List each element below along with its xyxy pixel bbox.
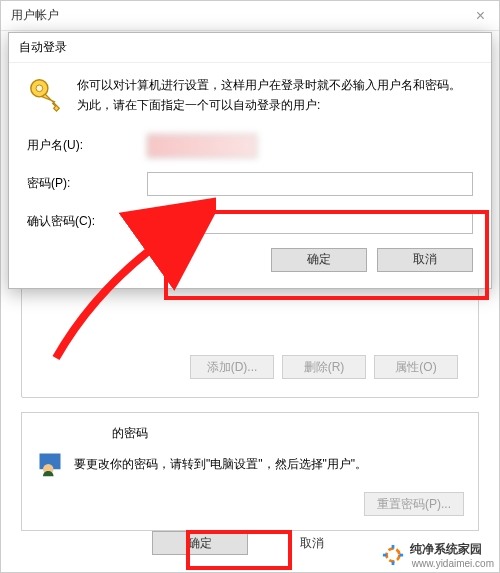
parent-title-text: 用户帐户 (11, 7, 59, 24)
parent-ok-button[interactable]: 确定 (152, 531, 248, 555)
parent-titlebar: 用户帐户 × (1, 1, 499, 31)
reset-password-button[interactable]: 重置密码(P)... (364, 492, 464, 516)
password-input[interactable] (147, 172, 473, 196)
watermark-url: www.yidaimei.com (412, 558, 494, 569)
username-input[interactable] (147, 134, 257, 158)
watermark-text: 纯净系统家园 (410, 541, 494, 558)
redacted-username (36, 427, 106, 441)
dialog-info-row: 你可以对计算机进行设置，这样用户在登录时就不必输入用户名和密码。 为此，请在下面… (27, 75, 473, 116)
dialog-info-text: 你可以对计算机进行设置，这样用户在登录时就不必输入用户名和密码。 为此，请在下面… (77, 75, 461, 116)
reset-row: 重置密码(P)... (36, 492, 464, 516)
password-text: 要更改你的密码，请转到"电脑设置"，然后选择"用户"。 (74, 456, 367, 473)
dialog-body: 你可以对计算机进行设置，这样用户在登录时就不必输入用户名和密码。 为此，请在下面… (9, 63, 491, 288)
dialog-title-text: 自动登录 (19, 39, 67, 56)
close-icon[interactable]: × (472, 7, 489, 25)
password-header: 的密码 (36, 425, 464, 442)
password-row: 密码(P): (27, 172, 473, 196)
svg-point-4 (386, 549, 399, 562)
remove-button[interactable]: 删除(R) (282, 355, 366, 379)
password-section: 的密码 要更改你的密码，请转到"电脑设置"，然后选择"用户"。 重置密码(P).… (21, 412, 479, 531)
confirm-row: 确认密码(C): (27, 210, 473, 234)
dialog-buttons: 确定 取消 (27, 248, 473, 272)
auto-login-dialog: 自动登录 你可以对计算机进行设置，这样用户在登录时就不必输入用户名和密码。 为此… (8, 32, 492, 289)
confirm-label: 确认密码(C): (27, 213, 147, 230)
password-body: 要更改你的密码，请转到"电脑设置"，然后选择"用户"。 (36, 450, 464, 478)
watermark: 纯净系统家园 www.yidaimei.com (382, 541, 494, 569)
watermark-text-wrap: 纯净系统家园 www.yidaimei.com (410, 541, 494, 569)
password-header-suffix: 的密码 (112, 425, 148, 442)
svg-point-3 (36, 85, 43, 92)
add-button[interactable]: 添加(D)... (190, 355, 274, 379)
username-row: 用户名(U): (27, 134, 473, 158)
info-line-1: 你可以对计算机进行设置，这样用户在登录时就不必输入用户名和密码。 (77, 75, 461, 95)
key-icon (27, 75, 65, 113)
properties-button[interactable]: 属性(O) (374, 355, 458, 379)
dialog-ok-button[interactable]: 确定 (271, 248, 367, 272)
user-action-buttons: 添加(D)... 删除(R) 属性(O) (42, 355, 458, 379)
password-label: 密码(P): (27, 175, 147, 192)
dialog-titlebar: 自动登录 (9, 33, 491, 63)
dialog-cancel-button[interactable]: 取消 (377, 248, 473, 272)
parent-cancel-button[interactable]: 取消 (276, 531, 348, 555)
user-icon (36, 450, 64, 478)
username-label: 用户名(U): (27, 137, 147, 154)
info-line-2: 为此，请在下面指定一个可以自动登录的用户: (77, 95, 461, 115)
logo-icon (382, 544, 404, 566)
confirm-password-input[interactable] (147, 210, 473, 234)
